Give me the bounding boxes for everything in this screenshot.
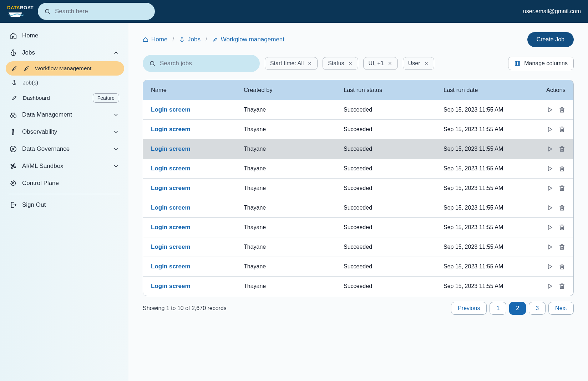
svg-rect-11: [515, 61, 517, 66]
job-name-link[interactable]: Login screem: [151, 283, 244, 290]
page-3[interactable]: 3: [529, 302, 546, 315]
trash-icon[interactable]: [558, 204, 566, 211]
logo: DATABOAT: [7, 5, 34, 18]
prev-button[interactable]: Previous: [451, 302, 487, 315]
created-by: Thayane: [244, 146, 344, 152]
job-name-link[interactable]: Login screem: [151, 145, 244, 153]
nav-observability[interactable]: Observability: [4, 123, 124, 140]
trash-icon[interactable]: [558, 283, 566, 290]
nav-aiml-label: AI/ML Sandbox: [22, 163, 64, 170]
nav-home[interactable]: Home: [4, 27, 124, 44]
job-name-link[interactable]: Login screem: [151, 204, 244, 211]
page-1[interactable]: 1: [490, 302, 506, 315]
chevron-up-icon: [113, 50, 119, 56]
feature-badge: Feature: [93, 93, 119, 103]
col-name: Name: [151, 87, 244, 93]
page-2[interactable]: 2: [509, 302, 526, 315]
trash-icon[interactable]: [558, 243, 566, 251]
created-by: Thayane: [244, 185, 344, 191]
trash-icon[interactable]: [558, 224, 566, 231]
close-icon[interactable]: [387, 61, 392, 66]
filter-status[interactable]: Status: [323, 57, 358, 70]
trash-icon[interactable]: [558, 165, 566, 172]
filter-user[interactable]: User: [403, 57, 434, 70]
next-button[interactable]: Next: [548, 302, 574, 315]
pagination: Previous 123 Next: [451, 302, 574, 315]
nav-jobs[interactable]: Jobs: [4, 44, 124, 61]
trash-icon[interactable]: [558, 145, 566, 153]
play-icon[interactable]: [546, 185, 553, 192]
job-name-link[interactable]: Login screem: [151, 224, 244, 231]
job-name-link[interactable]: Login screem: [151, 126, 244, 133]
divider: [9, 194, 120, 194]
nav-jobs-sub[interactable]: Job(s): [6, 76, 124, 90]
trash-icon[interactable]: [558, 106, 566, 113]
create-job-button[interactable]: Create Job: [527, 32, 574, 47]
search-icon: [149, 60, 156, 67]
crumb-sep: /: [206, 36, 207, 43]
boat-icon: [7, 9, 24, 18]
run-status: Succeeded: [344, 283, 443, 289]
col-actions: Actions: [515, 87, 566, 93]
created-by: Thayane: [244, 107, 344, 113]
nav-control-plane[interactable]: Control Plane: [4, 175, 124, 192]
main-content: Home / Jobs / Workglow management Create…: [128, 23, 588, 381]
nav-workflow-mgmt[interactable]: Workflow Management: [6, 61, 124, 76]
job-name-link[interactable]: Login screem: [151, 106, 244, 113]
nav-governance-label: Data Governance: [22, 145, 70, 153]
binoculars-icon: [9, 111, 17, 119]
play-icon[interactable]: [546, 204, 553, 211]
fan-icon: [9, 162, 17, 170]
svg-point-8: [12, 182, 14, 184]
nav-aiml[interactable]: AI/ML Sandbox: [4, 158, 124, 175]
run-status: Succeeded: [344, 244, 443, 250]
table-header: Name Created by Last run status Last run…: [143, 80, 573, 100]
play-icon[interactable]: [546, 106, 553, 113]
user-email[interactable]: user.email@gmail.com: [523, 8, 581, 15]
table-row: Login screem Thayane Succeeded Sep 15, 2…: [143, 139, 573, 159]
global-search-input[interactable]: [55, 8, 148, 15]
play-icon[interactable]: [546, 224, 553, 231]
nav-signout[interactable]: Sign Out: [4, 196, 124, 213]
table-row: Login screem Thayane Succeeded Sep 15, 2…: [143, 198, 573, 217]
trash-icon[interactable]: [558, 263, 566, 270]
table-row: Login screem Thayane Succeeded Sep 15, 2…: [143, 217, 573, 237]
signout-icon: [9, 201, 17, 209]
trash-icon[interactable]: [558, 185, 566, 192]
job-name-link[interactable]: Login screem: [151, 243, 244, 251]
play-icon[interactable]: [546, 145, 553, 153]
filter-start-time[interactable]: Start time: All: [265, 57, 318, 70]
manage-columns-button[interactable]: Manage columns: [508, 57, 574, 70]
trash-icon[interactable]: [558, 126, 566, 133]
search-jobs-input[interactable]: [160, 60, 253, 67]
crumb-jobs[interactable]: Jobs: [179, 36, 201, 43]
crumb-home[interactable]: Home: [143, 36, 167, 43]
run-date: Sep 15, 2023 11:55 AM: [443, 146, 515, 152]
svg-point-9: [182, 37, 183, 38]
play-icon[interactable]: [546, 263, 553, 270]
run-date: Sep 15, 2023 11:55 AM: [443, 205, 515, 211]
created-by: Thayane: [244, 263, 344, 270]
close-icon[interactable]: [348, 61, 353, 66]
filter-ui[interactable]: UI, +1: [363, 57, 398, 70]
col-created-by: Created by: [244, 87, 344, 93]
compass-icon: [9, 145, 17, 153]
play-icon[interactable]: [546, 126, 553, 133]
play-icon[interactable]: [546, 165, 553, 172]
nav-dashboard[interactable]: Dashboard Feature: [6, 90, 124, 106]
play-icon[interactable]: [546, 283, 553, 290]
play-icon[interactable]: [546, 243, 553, 251]
job-name-link[interactable]: Login screem: [151, 185, 244, 192]
global-search[interactable]: [38, 3, 155, 20]
close-icon[interactable]: [307, 61, 312, 66]
run-status: Succeeded: [344, 146, 443, 152]
job-name-link[interactable]: Login screem: [151, 263, 244, 270]
nav-governance[interactable]: Data Governance: [4, 140, 124, 158]
close-icon[interactable]: [424, 61, 429, 66]
nav-observability-label: Observability: [22, 128, 57, 135]
job-name-link[interactable]: Login screem: [151, 165, 244, 172]
search-jobs[interactable]: [143, 55, 260, 72]
crumb-current[interactable]: Workglow management: [212, 36, 284, 43]
sidebar: Home Jobs Workflow Management Job(s) Das…: [0, 23, 128, 381]
nav-data-mgmt[interactable]: Data Management: [4, 106, 124, 123]
